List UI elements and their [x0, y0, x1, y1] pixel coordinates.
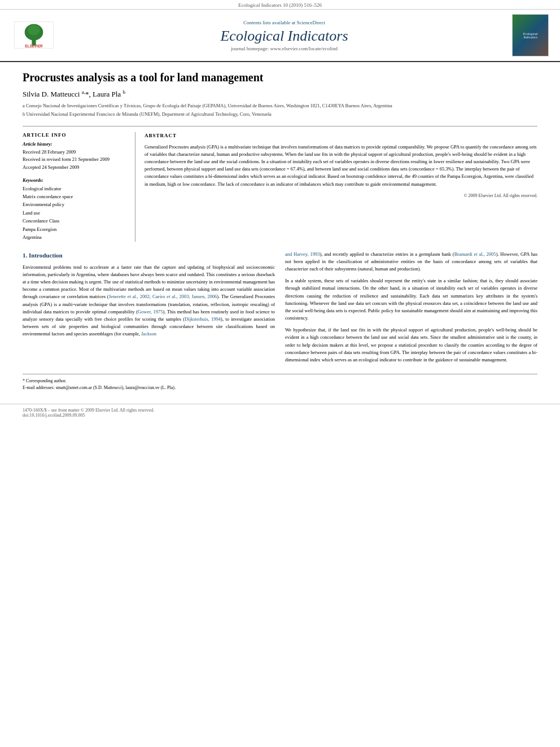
body-col-left: 1. Introduction Environmental problems t… — [23, 251, 275, 368]
history-label: Article history: — [23, 141, 128, 147]
affiliations: a Consejo Nacional de Investigaciones Ci… — [23, 102, 537, 118]
section1-heading: 1. Introduction — [23, 251, 275, 260]
body-right-p1: and Harvey, 1993), and recently applied … — [285, 251, 537, 273]
elsevier-logo: ELSEVIER — [11, 21, 56, 50]
footnotes: * Corresponding author. E-mail addresses… — [23, 374, 537, 391]
ref-gower[interactable]: Gower, 1975 — [138, 309, 163, 314]
bottom-bar: 1470-160X/$ – see front matter © 2009 El… — [0, 404, 560, 421]
sciencedirect-text[interactable]: ScienceDirect — [297, 20, 325, 25]
body-intro-p1: Environmental problems tend to accelerat… — [23, 264, 275, 338]
body-col-right: and Harvey, 1993), and recently applied … — [285, 251, 537, 368]
email-line: E-mail addresses: smatt@amet.com.ar (S.D… — [23, 385, 537, 391]
copyright-notice: © 2009 Elsevier Ltd. All rights reserved… — [145, 193, 537, 199]
article-dates: Received 28 February 2009 Received in re… — [23, 148, 128, 172]
body-right-p2: In a stable system, these sets of variab… — [285, 277, 537, 322]
article-title: Procrustes analysis as a tool for land m… — [23, 70, 537, 85]
abstract-text: Generalized Procrustes analysis (GPA) is… — [145, 143, 537, 188]
journal-title: Ecological Indicators — [65, 28, 503, 45]
journal-citation: Ecological Indicators 10 (2010) 516–526 — [238, 2, 322, 8]
affiliation-a: a Consejo Nacional de Investigaciones Ci… — [23, 102, 537, 110]
journal-center: Contents lists available at ScienceDirec… — [65, 20, 503, 51]
top-bar: Ecological Indicators 10 (2010) 516–526 — [0, 0, 560, 10]
accepted-date: Accepted 24 September 2009 — [23, 164, 128, 172]
body-text: 1. Introduction Environmental problems t… — [23, 251, 537, 368]
journal-thumbnail: EcologicalIndicators — [512, 14, 549, 56]
keyword-4: Land use — [23, 209, 128, 217]
received-date: Received 28 February 2009 — [23, 148, 128, 156]
authors-line: Silvia D. Matteucci a,*, Laura Pla b — [23, 89, 537, 99]
svg-text:ELSEVIER: ELSEVIER — [25, 44, 43, 48]
ref-harvey[interactable]: and Harvey, 1993 — [285, 251, 320, 257]
main-content: Procrustes analysis as a tool for land m… — [0, 62, 560, 399]
ref-jenerette[interactable]: Jenerette et al., 2002; Caeiro et al., 2… — [109, 294, 217, 299]
keyword-5: Concordance Class — [23, 217, 128, 225]
issn-notice: 1470-160X/$ – see front matter © 2009 El… — [23, 408, 537, 413]
email-a[interactable]: smatt@amet.com.ar — [56, 385, 92, 390]
journal-homepage: journal homepage: www.elsevier.com/locat… — [65, 46, 503, 51]
keywords-label: Keywords: — [23, 177, 128, 183]
abstract-column: ABSTRACT Generalized Procrustes analysis… — [145, 132, 537, 242]
article-info-abstract-section: ARTICLE INFO Article history: Received 2… — [23, 126, 537, 242]
article-info-heading: ARTICLE INFO — [23, 132, 128, 138]
journal-header: ELSEVIER Contents lists available at Sci… — [0, 10, 560, 62]
sciencedirect-link: Contents lists available at ScienceDirec… — [65, 20, 503, 25]
affiliation-b: b Universidad Nacional Experimental Fran… — [23, 111, 537, 118]
journal-cover-image: EcologicalIndicators — [512, 14, 549, 56]
keyword-7: Argentina — [23, 233, 128, 241]
keyword-1: Ecological indicator — [23, 185, 128, 193]
ref-bramardi[interactable]: Bramardi et al., 2005 — [454, 251, 496, 257]
body-right-p3: We hypothesize that, if the land use fit… — [285, 326, 537, 364]
ref-dijksterhuis[interactable]: Dijksterhuis, 1994 — [185, 316, 221, 322]
svg-point-3 — [28, 25, 40, 35]
doi: doi:10.1016/j.ecolind.2009.09.005 — [23, 413, 537, 418]
keyword-6: Pampa Ecoregion — [23, 225, 128, 233]
email-label: E-mail addresses: — [23, 385, 55, 390]
ref-jackson[interactable]: Jackson — [141, 331, 156, 337]
article-info-column: ARTICLE INFO Article history: Received 2… — [23, 132, 135, 242]
abstract-heading: ABSTRACT — [145, 132, 537, 140]
keyword-2: Matrix concordance space — [23, 193, 128, 200]
received-revised-date: Received in revised form 21 September 20… — [23, 156, 128, 164]
keywords-list: Ecological indicator Matrix concordance … — [23, 185, 128, 242]
keyword-3: Environmental policy — [23, 200, 128, 208]
corresponding-author-note: * Corresponding author. — [23, 378, 537, 385]
email-b[interactable]: laura@reacciun.ve — [125, 385, 159, 390]
